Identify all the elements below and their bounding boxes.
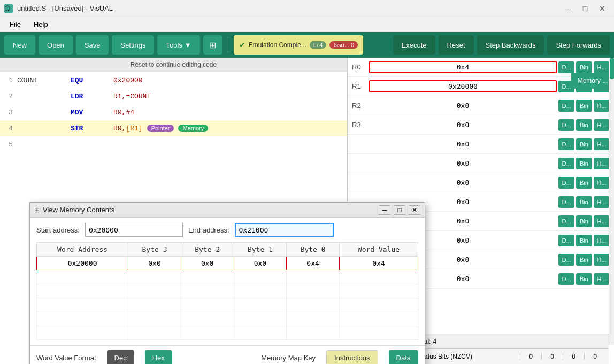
reset-button[interactable]: Reset <box>439 35 474 55</box>
mem-table-cell <box>287 270 340 284</box>
scrollbar-thumb[interactable] <box>610 58 614 79</box>
line-num-3: 3 <box>2 109 13 117</box>
cspr-bit-2: 0 <box>563 353 584 360</box>
reg-4-bin-button[interactable]: Bin <box>576 138 592 150</box>
mem-table-cell <box>128 326 181 340</box>
reg-7-bin-button[interactable]: Bin <box>576 196 592 208</box>
hex-format-button[interactable]: Hex <box>145 350 172 364</box>
mem-table-cell <box>37 270 128 284</box>
dec-format-button[interactable]: Dec <box>107 350 134 364</box>
start-address-input[interactable] <box>85 223 183 237</box>
reg-value-r3: 0x0 <box>369 119 557 130</box>
mem-table-cell <box>181 312 234 326</box>
reg-r2-h-button[interactable]: H... <box>594 100 610 112</box>
reg-11-d-button[interactable]: D... <box>558 273 574 285</box>
col-header-byte3: Byte 3 <box>128 243 181 257</box>
line-num-5: 5 <box>2 141 13 149</box>
col-header-byte1: Byte 1 <box>234 243 287 257</box>
dialog-close-button[interactable]: ✕ <box>409 205 420 215</box>
dialog-restore-button[interactable]: □ <box>394 205 405 215</box>
reg-10-bin-button[interactable]: Bin <box>576 254 592 266</box>
window-title: untitled.S - [Unsaved] - VisUAL <box>17 4 556 12</box>
settings-button[interactable]: Settings <box>112 35 154 55</box>
reg-4-d-button[interactable]: D... <box>558 138 574 150</box>
reg-7-h-button[interactable]: H... <box>594 196 610 208</box>
mem-table-cell <box>234 298 287 312</box>
mem-table-cell <box>181 298 234 312</box>
data-button[interactable]: Data <box>389 350 418 364</box>
step-backwards-button[interactable]: Step Backwards <box>477 35 544 55</box>
line1-label: COUNT <box>17 76 71 84</box>
reg-r0-bin-button[interactable]: Bin <box>576 61 592 73</box>
reg-5-bin-button[interactable]: Bin <box>576 158 592 169</box>
menu-help[interactable]: Help <box>28 19 53 30</box>
end-address-input[interactable] <box>235 223 334 237</box>
reg-8-bin-button[interactable]: Bin <box>576 215 592 227</box>
mem-table-cell <box>128 284 181 298</box>
reg-9-h-button[interactable]: H... <box>594 235 610 246</box>
maximize-button[interactable]: □ <box>578 3 593 14</box>
reg-r2-bin-button[interactable]: Bin <box>576 100 592 112</box>
minimize-button[interactable]: ─ <box>561 3 575 14</box>
reg-row-6: 0x0 D... Bin H... <box>348 173 614 192</box>
check-icon: ✔ <box>239 41 245 49</box>
reg-r3-bin-button[interactable]: Bin <box>576 119 592 131</box>
mem-table-cell <box>339 270 418 284</box>
execute-button[interactable]: Execute <box>393 35 435 55</box>
dialog-title: View Memory Contents <box>43 206 375 214</box>
new-button[interactable]: New <box>4 35 35 55</box>
close-button[interactable]: ✕ <box>595 3 610 14</box>
reg-5-d-button[interactable]: D... <box>558 158 574 169</box>
mem-table-cell <box>234 270 287 284</box>
reg-6-bin-button[interactable]: Bin <box>576 177 592 189</box>
reg-8-h-button[interactable]: H... <box>594 215 610 227</box>
instructions-button[interactable]: Instructions <box>326 350 378 364</box>
mem-table-cell: 0x4 <box>287 257 340 270</box>
reg-9-bin-button[interactable]: Bin <box>576 235 592 246</box>
reg-6-d-button[interactable]: D... <box>558 177 574 189</box>
monitor-button[interactable]: ⊞ <box>203 35 222 55</box>
menu-file[interactable]: File <box>4 19 26 30</box>
reg-r0-d-button[interactable]: D... <box>558 61 574 73</box>
app-icon: ⬡ <box>4 4 13 13</box>
line1-op: EQU <box>71 76 113 84</box>
reg-7-d-button[interactable]: D... <box>558 196 574 208</box>
emulation-text: Emulation Comple... <box>249 41 306 49</box>
mem-table-cell <box>234 326 287 340</box>
scrollbar-track[interactable] <box>609 58 614 345</box>
reg-11-h-button[interactable]: H... <box>594 273 610 285</box>
memory-table: Word Address Byte 3 Byte 2 Byte 1 Byte 0… <box>36 242 418 340</box>
reg-r3-h-button[interactable]: H... <box>594 119 610 131</box>
col-header-byte2: Byte 2 <box>181 243 234 257</box>
reg-4-h-button[interactable]: H... <box>594 138 610 150</box>
mem-table-cell <box>287 298 340 312</box>
mem-table-cell <box>128 312 181 326</box>
memory-tag[interactable]: Memory <box>178 125 208 132</box>
reg-8-d-button[interactable]: D... <box>558 215 574 227</box>
reg-r0-h-button[interactable]: H... <box>594 61 610 73</box>
mem-table-cell <box>234 312 287 326</box>
dialog-minimize-button[interactable]: ─ <box>379 205 390 215</box>
mem-table-cell <box>234 284 287 298</box>
reg-6-h-button[interactable]: H... <box>594 177 610 189</box>
reg-r3-d-button[interactable]: D... <box>558 119 574 131</box>
reg-10-h-button[interactable]: H... <box>594 254 610 266</box>
reg-11-bin-button[interactable]: Bin <box>576 273 592 285</box>
step-forwards-button[interactable]: Step Forwards <box>547 35 610 55</box>
memory-tab-button[interactable]: Memory ... <box>571 73 614 89</box>
reg-9-d-button[interactable]: D... <box>558 235 574 246</box>
tools-button[interactable]: Tools ▼ <box>157 35 199 55</box>
save-button[interactable]: Save <box>76 35 109 55</box>
mem-table-cell <box>339 284 418 298</box>
reg-name-r3: R3 <box>352 121 369 129</box>
reg-r2-d-button[interactable]: D... <box>558 100 574 112</box>
code-line-4: 4 STR R0,[R1] Pointer Memory <box>0 120 347 136</box>
reg-5-h-button[interactable]: H... <box>594 158 610 169</box>
open-button[interactable]: Open <box>39 35 73 55</box>
reg-10-d-button[interactable]: D... <box>558 254 574 266</box>
reg-row-4: 0x0 D... Bin H... <box>348 135 614 154</box>
pointer-tag[interactable]: Pointer <box>147 125 174 132</box>
mem-table-cell: 0x0 <box>128 257 181 270</box>
map-key-label: Memory Map Key <box>261 354 316 362</box>
cspr-bit-3: 0 <box>584 353 605 360</box>
